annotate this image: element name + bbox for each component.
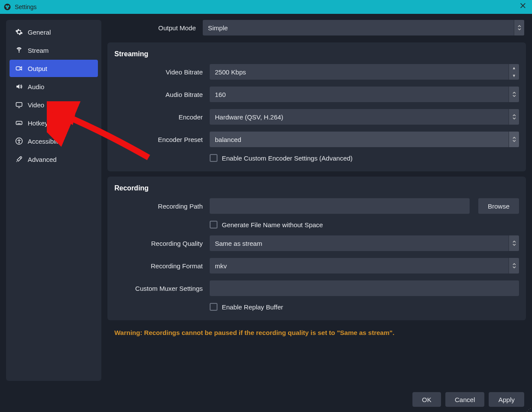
gear-icon	[15, 28, 23, 36]
output-icon	[15, 64, 23, 73]
replay-buffer-checkbox[interactable]	[210, 303, 217, 311]
audio-bitrate-label: Audio Bitrate	[114, 91, 205, 98]
recording-format-value: mkv	[215, 262, 227, 270]
chevron-updown-icon	[509, 132, 519, 147]
recording-path-label: Recording Path	[114, 203, 205, 210]
close-icon[interactable]	[520, 3, 529, 11]
tools-icon	[15, 155, 23, 164]
encoder-label: Encoder	[114, 113, 205, 121]
chevron-updown-icon	[509, 109, 519, 125]
enable-custom-encoder-checkbox[interactable]	[210, 154, 217, 162]
sidebar-item-label: Output	[28, 65, 47, 72]
recording-format-label: Recording Format	[114, 262, 205, 270]
output-mode-value: Simple	[208, 24, 228, 32]
warning-text: Warning: Recordings cannot be paused if …	[107, 325, 526, 336]
audio-bitrate-value: 160	[215, 91, 226, 98]
sidebar: General Stream Output Audio Video	[6, 20, 101, 381]
svg-rect-5	[16, 67, 20, 70]
antenna-icon	[15, 46, 23, 55]
sidebar-item-video[interactable]: Video	[10, 96, 98, 113]
filename-nospace-label: Generate File Name without Space	[222, 221, 323, 229]
video-bitrate-input[interactable]: 2500 Kbps ▲ ▼	[210, 64, 519, 80]
ok-button[interactable]: OK	[412, 392, 441, 407]
muxer-input[interactable]	[210, 280, 519, 296]
chevron-updown-icon	[514, 20, 524, 35]
sidebar-item-label: Stream	[28, 47, 49, 54]
recording-panel: Recording Recording Path Browse Generate…	[107, 177, 526, 320]
cancel-button[interactable]: Cancel	[445, 392, 485, 407]
sidebar-item-audio[interactable]: Audio	[10, 78, 98, 95]
enable-custom-encoder-label: Enable Custom Encoder Settings (Advanced…	[222, 154, 353, 162]
filename-nospace-checkbox[interactable]	[210, 221, 217, 229]
output-mode-select[interactable]: Simple	[203, 20, 524, 35]
replay-buffer-label: Enable Replay Buffer	[222, 303, 283, 311]
chevron-updown-icon	[509, 87, 519, 102]
svg-point-3	[6, 7, 9, 9]
recording-path-input[interactable]	[210, 198, 470, 214]
recording-quality-value: Same as stream	[215, 240, 262, 247]
recording-quality-label: Recording Quality	[114, 240, 205, 247]
sidebar-item-label: Accessibility	[28, 138, 63, 145]
svg-rect-7	[16, 121, 22, 125]
recording-quality-select[interactable]: Same as stream	[210, 235, 519, 251]
recording-title: Recording	[114, 184, 519, 192]
sidebar-item-general[interactable]: General	[10, 23, 98, 41]
sidebar-item-accessibility[interactable]: Accessibility	[10, 132, 98, 150]
sidebar-item-label: Hotkeys	[28, 119, 51, 127]
chevron-down-icon[interactable]: ▼	[509, 72, 519, 80]
muxer-label: Custom Muxer Settings	[114, 285, 205, 292]
video-bitrate-value: 2500 Kbps	[215, 68, 514, 76]
sidebar-item-label: Audio	[28, 83, 44, 90]
streaming-panel: Streaming Video Bitrate 2500 Kbps ▲ ▼ Au…	[107, 42, 526, 171]
svg-point-2	[7, 5, 10, 7]
encoder-value: Hardware (QSV, H.264)	[215, 113, 283, 121]
app-icon	[3, 3, 11, 11]
resize-grip[interactable]: ⋰	[526, 409, 531, 411]
chevron-updown-icon	[509, 235, 519, 251]
encoder-preset-value: balanced	[215, 136, 241, 143]
encoder-preset-label: Encoder Preset	[114, 136, 205, 143]
sidebar-item-advanced[interactable]: Advanced	[10, 151, 98, 168]
svg-point-9	[19, 139, 19, 140]
monitor-icon	[15, 100, 23, 109]
svg-point-1	[6, 5, 8, 7]
encoder-select[interactable]: Hardware (QSV, H.264)	[210, 109, 519, 125]
sidebar-item-label: Video	[28, 101, 44, 109]
main-content: Output Mode Simple Streaming Video Bitra…	[107, 20, 526, 381]
apply-button[interactable]: Apply	[489, 392, 524, 407]
streaming-title: Streaming	[114, 50, 519, 58]
svg-rect-6	[16, 103, 22, 106]
sidebar-item-label: General	[28, 29, 51, 36]
output-mode-label: Output Mode	[107, 24, 198, 32]
recording-format-select[interactable]: mkv	[210, 258, 519, 274]
audio-bitrate-select[interactable]: 160	[210, 87, 519, 102]
speaker-icon	[15, 82, 23, 91]
sidebar-item-stream[interactable]: Stream	[10, 42, 98, 59]
titlebar: Settings	[0, 0, 532, 14]
window-title: Settings	[15, 3, 37, 10]
encoder-preset-select[interactable]: balanced	[210, 132, 519, 147]
footer: OK Cancel Apply ⋰	[0, 387, 532, 412]
chevron-updown-icon	[509, 258, 519, 274]
spin-buttons[interactable]: ▲ ▼	[509, 64, 519, 80]
video-bitrate-label: Video Bitrate	[114, 68, 205, 76]
keyboard-icon	[15, 119, 23, 127]
sidebar-item-hotkeys[interactable]: Hotkeys	[10, 114, 98, 132]
accessibility-icon	[15, 137, 23, 145]
browse-button[interactable]: Browse	[478, 198, 519, 214]
sidebar-item-output[interactable]: Output	[10, 60, 98, 77]
chevron-up-icon[interactable]: ▲	[509, 64, 519, 72]
sidebar-item-label: Advanced	[28, 156, 57, 163]
